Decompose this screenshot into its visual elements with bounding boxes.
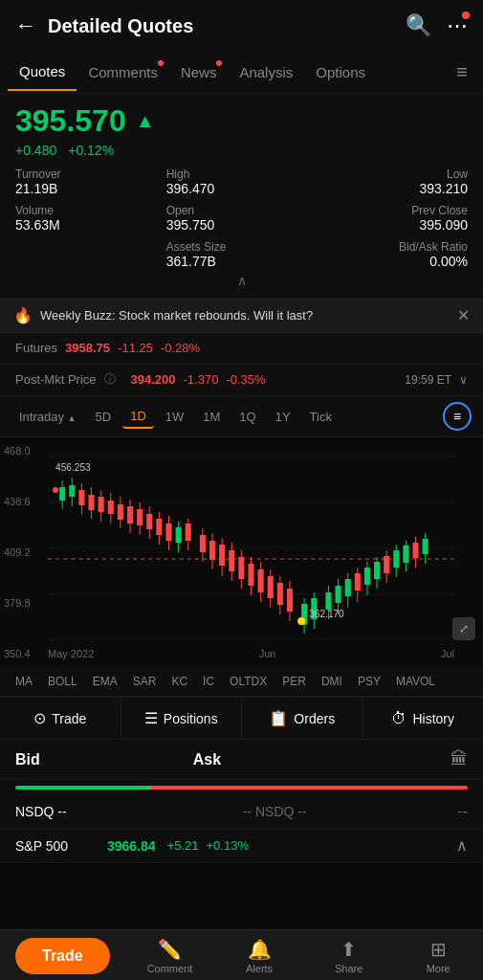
chart-tab-5d[interactable]: 5D: [88, 406, 120, 428]
svg-rect-7: [59, 487, 65, 501]
buzz-banner[interactable]: 🔥 Weekly Buzz: Stock market rebounds. Wi…: [0, 299, 483, 333]
indicator-dmi[interactable]: DMI: [318, 673, 346, 690]
svg-rect-29: [165, 523, 171, 541]
indicator-per[interactable]: PER: [278, 673, 310, 690]
buzz-text: Weekly Buzz: Stock market rebounds. Will…: [40, 308, 450, 323]
svg-rect-79: [423, 539, 428, 554]
chart-tab-1y[interactable]: 1Y: [268, 406, 298, 428]
svg-rect-71: [384, 556, 389, 573]
chart-x-labels: May 2022 Jun Jul: [48, 648, 454, 659]
tab-news[interactable]: News: [169, 55, 229, 90]
indicator-oltdx[interactable]: OLTDX: [226, 673, 271, 690]
alerts-label: Alerts: [246, 963, 273, 974]
positions-label: Positions: [164, 711, 218, 726]
trade-icon: ⊙: [33, 709, 46, 727]
share-icon: ⬆: [340, 938, 357, 961]
svg-rect-41: [229, 550, 234, 571]
tab-options[interactable]: Options: [304, 55, 377, 90]
sp500-pct: +0.13%: [207, 838, 249, 853]
price-section: 395.570 ▲ +0.480 +0.12% Turnover 21.19B …: [0, 94, 483, 299]
indicator-mavol[interactable]: MAVOL: [392, 673, 439, 690]
positions-icon: ☰: [144, 709, 158, 727]
tab-comments[interactable]: Comments: [77, 55, 169, 90]
svg-rect-37: [209, 541, 215, 560]
chart-tab-1m[interactable]: 1M: [195, 406, 228, 428]
nav-more[interactable]: ⊞ More: [393, 938, 483, 974]
indicator-psy[interactable]: PSY: [354, 673, 384, 690]
tabs-menu-icon[interactable]: ≡: [449, 52, 475, 93]
indicator-sar[interactable]: SAR: [129, 673, 161, 690]
tab-analysis[interactable]: Analysis: [228, 55, 304, 90]
nav-alerts[interactable]: 🔔 Alerts: [214, 938, 304, 974]
chart-y-label-2: 438.6: [4, 496, 31, 507]
history-icon: ⏱: [391, 710, 406, 727]
high-item: High 396.470: [166, 167, 318, 196]
tab-quotes[interactable]: Quotes: [8, 54, 77, 91]
indicator-kc[interactable]: KC: [167, 673, 191, 690]
low-item: Low 393.210: [317, 167, 468, 196]
nsdq-name: NSDQ --: [15, 804, 92, 819]
nsdq-sep: -- NSDQ --: [243, 804, 307, 819]
bid-progress: [15, 786, 151, 790]
svg-rect-49: [268, 576, 274, 598]
collapse-arrow[interactable]: ∧: [15, 269, 468, 292]
indicator-boll[interactable]: BOLL: [44, 673, 81, 690]
orders-icon: 📋: [269, 709, 288, 727]
back-button[interactable]: ←: [15, 13, 36, 38]
bid-ask-header: Bid Ask 🏛: [0, 740, 483, 780]
orders-button[interactable]: 📋 Orders: [242, 698, 363, 739]
svg-point-82: [297, 617, 305, 625]
post-mkt-chevron[interactable]: ∨: [459, 373, 468, 387]
history-button[interactable]: ⏱ History: [363, 698, 484, 739]
action-bar: ⊙ Trade ☰ Positions 📋 Orders ⏱ History: [0, 697, 483, 740]
indicator-ma[interactable]: MA: [11, 673, 36, 690]
nsdq-row: NSDQ -- -- NSDQ -- --: [0, 795, 483, 829]
volume-item: Volume 53.63M: [15, 204, 166, 233]
buzz-close-button[interactable]: ✕: [457, 306, 470, 324]
svg-rect-53: [287, 589, 293, 612]
sp500-change: +5.21: [167, 838, 199, 853]
bottom-navigation: Trade ✏️ Comment 🔔 Alerts ⬆ Share ⊞ More: [0, 929, 483, 980]
indicator-ema[interactable]: EMA: [89, 673, 121, 690]
nav-share[interactable]: ⬆ Share: [304, 938, 394, 974]
search-icon[interactable]: 🔍: [406, 13, 431, 38]
svg-point-81: [53, 487, 58, 493]
svg-rect-21: [127, 506, 133, 523]
svg-rect-31: [176, 527, 182, 543]
nav-comment[interactable]: ✏️ Comment: [125, 938, 215, 974]
more-icon: ⊞: [430, 938, 447, 961]
chart-y-label-3: 409.2: [4, 546, 31, 558]
svg-rect-45: [248, 564, 253, 586]
main-tabs: Quotes Comments News Analysis Options ≡: [0, 52, 483, 94]
sp500-chevron[interactable]: ∧: [456, 836, 468, 855]
bid-ask-settings-icon[interactable]: 🏛: [450, 749, 468, 769]
chart-tab-1w[interactable]: 1W: [158, 406, 192, 428]
indicator-ic[interactable]: IC: [199, 673, 218, 690]
chart-tab-intraday[interactable]: Intraday ▲: [11, 406, 84, 428]
chart-tab-1q[interactable]: 1Q: [231, 406, 263, 428]
svg-rect-25: [146, 514, 152, 529]
chart-expand-button[interactable]: ⤢: [452, 617, 475, 640]
chart-settings-button[interactable]: ≡: [443, 402, 472, 431]
svg-rect-61: [336, 586, 341, 603]
svg-rect-65: [355, 573, 361, 590]
futures-pct: -0.28%: [161, 341, 200, 355]
chart-y-labels: 468.0 438.6 409.2 379.8 350.4: [4, 437, 31, 667]
trade-button[interactable]: ⊙ Trade: [0, 698, 121, 739]
bottom-trade-button[interactable]: Trade: [15, 938, 110, 974]
chart-tab-1d[interactable]: 1D: [122, 405, 154, 429]
ask-label: Ask: [193, 751, 221, 768]
chart-x-jul: Jul: [441, 648, 454, 659]
chat-icon[interactable]: ⋯: [447, 13, 468, 38]
positions-button[interactable]: ☰ Positions: [121, 698, 243, 739]
info-icon[interactable]: ⓘ: [104, 371, 116, 388]
more-label: More: [427, 963, 450, 974]
chart-tab-tick[interactable]: Tick: [302, 406, 340, 428]
share-label: Share: [335, 963, 362, 974]
svg-rect-69: [374, 562, 380, 579]
futures-value: 3958.75: [65, 341, 110, 355]
chart-area: 468.0 438.6 409.2 379.8 350.4: [0, 437, 483, 667]
sp500-name: S&P 500: [15, 838, 92, 854]
alerts-icon: 🔔: [248, 938, 272, 961]
assets-item: Assets Size 361.77B: [166, 240, 318, 269]
